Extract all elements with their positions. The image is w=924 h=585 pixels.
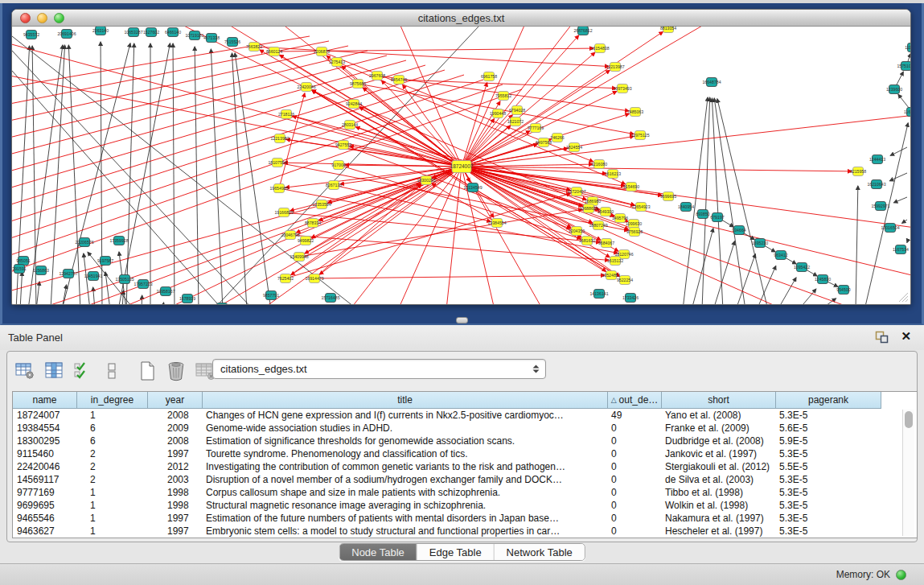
- network-node[interactable]: 15716485: [321, 294, 339, 303]
- network-node[interactable]: 19654985: [269, 184, 288, 193]
- network-node[interactable]: 679197: [710, 213, 724, 222]
- network-node[interactable]: 1681630: [579, 237, 595, 245]
- table-cell[interactable]: Yano et al. (2008): [662, 409, 776, 422]
- memory-status-icon[interactable]: [896, 570, 906, 580]
- table-cell[interactable]: 2: [77, 447, 148, 460]
- scrollbar-thumb[interactable]: [905, 411, 913, 428]
- network-window-titlebar[interactable]: citations_edges.txt: [12, 10, 910, 27]
- network-node[interactable]: 9684067: [598, 239, 614, 248]
- network-node[interactable]: 14136141: [589, 290, 608, 299]
- network-node[interactable]: 10958167: [156, 287, 175, 296]
- network-node[interactable]: 9756928: [626, 228, 643, 237]
- network-node[interactable]: 12213983: [270, 134, 289, 143]
- table-cell[interactable]: 0: [608, 525, 662, 538]
- network-node[interactable]: 1239600: [886, 85, 902, 94]
- network-node[interactable]: 893850: [696, 210, 709, 219]
- network-node[interactable]: 17016504: [881, 224, 899, 233]
- network-node[interactable]: 1216080: [591, 160, 607, 169]
- table-cell[interactable]: 5.3E-5: [776, 499, 881, 512]
- column-header-title[interactable]: title: [203, 392, 608, 409]
- table-header-row[interactable]: namein_degreeyeartitle△out_de…shortpager…: [13, 392, 917, 409]
- network-node[interactable]: 18807249: [589, 221, 607, 230]
- table-row[interactable]: 946362711997Embryonic stem cells: a mode…: [13, 525, 917, 538]
- table-cell[interactable]: 0: [608, 447, 662, 460]
- network-node[interactable]: 12975125: [630, 131, 649, 140]
- new-column-icon[interactable]: [136, 360, 158, 382]
- network-node[interactable]: 20206576: [75, 238, 93, 247]
- table-cell[interactable]: 19384554: [13, 422, 77, 435]
- network-node[interactable]: 6794028: [509, 106, 525, 115]
- network-node[interactable]: 9522254: [617, 276, 633, 285]
- table-cell[interactable]: Jankovic et al. (1997): [662, 447, 776, 460]
- float-panel-icon[interactable]: [875, 331, 889, 344]
- table-cell[interactable]: Embryonic stem cells: a model to study s…: [203, 525, 608, 538]
- network-node[interactable]: 16914479: [305, 274, 323, 283]
- table-cell[interactable]: 1: [77, 409, 148, 422]
- column-header-out_de[interactable]: △out_de…: [608, 392, 662, 409]
- table-cell[interactable]: 1997: [148, 512, 203, 525]
- network-node[interactable]: 9499822: [298, 237, 314, 245]
- network-node[interactable]: 9427552: [335, 141, 351, 150]
- network-node[interactable]: 17359928: [109, 237, 128, 245]
- table-row[interactable]: 1456911722003Disruption of a novel membe…: [13, 473, 917, 486]
- network-node[interactable]: 11451941: [84, 272, 103, 281]
- network-node[interactable]: 19166829: [274, 208, 293, 217]
- network-node[interactable]: 1616213: [605, 170, 621, 179]
- network-node[interactable]: 2206878: [314, 47, 330, 56]
- network-node[interactable]: 2204350: [569, 227, 585, 236]
- table-cell[interactable]: 9115460: [13, 447, 77, 460]
- table-cell[interactable]: 0: [608, 486, 662, 499]
- column-header-name[interactable]: name: [13, 392, 77, 409]
- network-node[interactable]: 15720407: [567, 187, 585, 196]
- table-cell[interactable]: 1: [77, 525, 148, 538]
- network-node[interactable]: 917004: [331, 161, 345, 170]
- table-cell[interactable]: 5.3E-5: [776, 473, 881, 486]
- table-cell[interactable]: Changes of HCN gene expression and I(f) …: [203, 409, 608, 422]
- table-cell[interactable]: 2012: [148, 460, 203, 473]
- network-node[interactable]: 26876812: [573, 27, 592, 35]
- table-row[interactable]: 946554611997Estimation of the future num…: [13, 512, 917, 525]
- network-node[interactable]: 391591: [12, 265, 26, 274]
- network-node[interactable]: 12213987: [606, 63, 624, 72]
- table-cell[interactable]: 5.3E-5: [776, 512, 881, 525]
- table-cell[interactable]: 18724007: [13, 409, 77, 422]
- network-node[interactable]: 13654923: [631, 203, 650, 212]
- network-node[interactable]: 2263140: [92, 27, 109, 35]
- node-table[interactable]: namein_degreeyeartitle△out_de…shortpager…: [12, 391, 918, 538]
- table-row[interactable]: 911546021997Tourette syndrome. Phenomeno…: [13, 447, 917, 460]
- network-node[interactable]: 2967608: [369, 72, 385, 80]
- table-cell[interactable]: 1998: [148, 499, 203, 512]
- table-cell[interactable]: 22420046: [13, 460, 77, 473]
- network-node[interactable]: 1615132: [607, 257, 623, 266]
- table-cell[interactable]: 5.3E-5: [776, 525, 881, 538]
- column-header-pagerank[interactable]: pagerank: [776, 392, 881, 409]
- table-cell[interactable]: Corpus callosum shape and size in male p…: [203, 486, 608, 499]
- splitter-handle[interactable]: [456, 317, 468, 323]
- delete-icon[interactable]: [165, 360, 187, 382]
- network-node[interactable]: 1112030: [905, 43, 910, 52]
- network-node[interactable]: 9699695: [660, 192, 676, 201]
- network-node[interactable]: 1167134: [904, 108, 910, 117]
- network-node[interactable]: 9197587: [97, 257, 113, 266]
- column-header-in_degree[interactable]: in_degree: [77, 392, 148, 409]
- table-cell[interactable]: 1: [77, 486, 148, 499]
- table-cell[interactable]: Estimation of significance thresholds fo…: [203, 435, 608, 447]
- network-node[interactable]: 6466140: [165, 28, 181, 37]
- network-view-window[interactable]: citations_edges.txt 94355722069140622631…: [11, 9, 911, 305]
- table-cell[interactable]: Tibbo et al. (1998): [662, 486, 776, 499]
- network-node[interactable]: 7625402: [277, 274, 294, 283]
- table-row[interactable]: 977716911998Corpus callosum shape and si…: [13, 486, 917, 499]
- table-cell[interactable]: 6: [77, 422, 148, 435]
- network-node[interactable]: 16648784: [702, 78, 721, 87]
- close-window-icon[interactable]: [20, 13, 31, 23]
- table-cell[interactable]: 0: [608, 422, 662, 435]
- table-row[interactable]: 1830029562008Estimation of significance …: [13, 435, 917, 447]
- table-row[interactable]: 1872400712008Changes of HCN gene express…: [13, 409, 917, 422]
- table-cell[interactable]: 9463627: [13, 525, 77, 538]
- table-cell[interactable]: Franke et al. (2009): [662, 422, 776, 435]
- table-cell[interactable]: 14569117: [13, 473, 77, 486]
- table-cell[interactable]: 5.9E-5: [776, 435, 881, 447]
- network-node[interactable]: 9465546: [214, 303, 230, 305]
- network-node[interactable]: 6497568: [536, 138, 552, 147]
- table-cell[interactable]: 2008: [148, 435, 203, 447]
